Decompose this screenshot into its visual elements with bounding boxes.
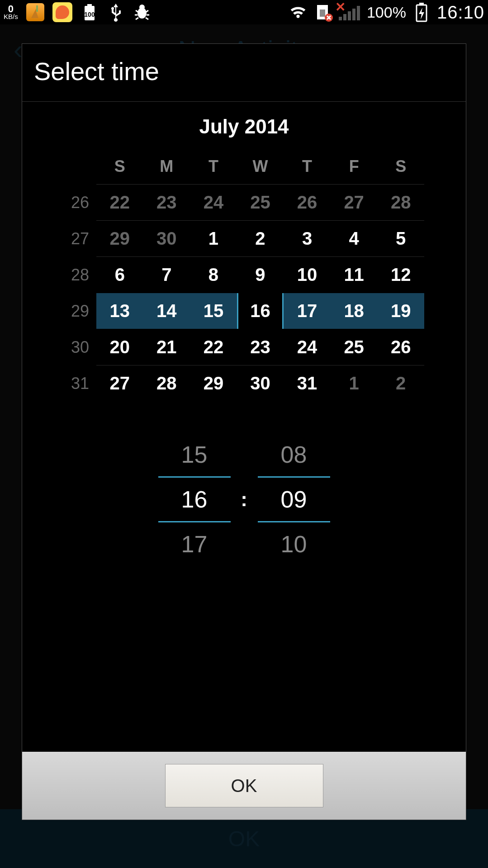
calendar-day[interactable]: 25 (237, 185, 284, 220)
usb-icon (107, 3, 125, 21)
no-signal-icon: ✕ (338, 3, 360, 21)
calendar-day[interactable]: 30 (237, 365, 284, 401)
calendar-day[interactable]: 28 (143, 365, 190, 401)
calendar-day[interactable]: 29 (190, 365, 237, 401)
dialog-footer: OK (22, 752, 466, 820)
calendar-day[interactable]: 15 (190, 293, 237, 329)
calendar-day[interactable]: 1 (331, 365, 378, 401)
time-picker: 15 16 17 : 08 09 10 (22, 433, 466, 566)
calendar-grid[interactable]: SMTWTFS262223242526272827293012345286789… (64, 157, 424, 401)
calendar-day[interactable]: 23 (237, 329, 284, 365)
calendar-day[interactable]: 10 (284, 257, 331, 293)
calendar-day[interactable]: 21 (143, 329, 190, 365)
calendar-day[interactable]: 4 (331, 221, 378, 256)
month-year-label: July 2014 (22, 115, 466, 138)
calendar-day[interactable]: 28 (377, 185, 424, 220)
network-speed-indicator: 0 KB/s (4, 5, 18, 19)
week-number: 30 (64, 338, 96, 357)
calendar-day[interactable]: 7 (143, 257, 190, 293)
svg-rect-2 (87, 4, 92, 6)
calendar-day[interactable]: 1 (190, 221, 237, 256)
minute-spinner[interactable]: 08 09 10 (253, 433, 335, 566)
status-bar: 0 KB/s 100 ✕ 100% 16:1 (0, 0, 488, 24)
svg-line-10 (136, 18, 138, 19)
battery-small-icon: 100 (81, 3, 99, 21)
dialog-title: Select time (22, 44, 466, 101)
hour-current[interactable]: 16 (158, 478, 231, 521)
calendar-day-selected[interactable]: 16 (237, 293, 284, 329)
calendar-day[interactable]: 8 (190, 257, 237, 293)
svg-rect-18 (357, 6, 360, 20)
calendar-day[interactable]: 20 (96, 329, 143, 365)
dow-header: S (377, 157, 424, 184)
dialog-divider (22, 101, 466, 102)
calendar-day[interactable]: 12 (377, 257, 424, 293)
calendar-day[interactable]: 22 (96, 185, 143, 220)
dow-header: W (237, 157, 284, 184)
calendar-day[interactable]: 24 (284, 329, 331, 365)
calendar-day[interactable]: 14 (143, 293, 190, 329)
calendar-day[interactable]: 30 (143, 221, 190, 256)
calendar-day[interactable]: 26 (284, 185, 331, 220)
svg-rect-20 (419, 3, 424, 5)
calendar-day[interactable]: 18 (331, 293, 378, 329)
svg-line-11 (146, 18, 148, 19)
calendar-day[interactable]: 25 (331, 329, 378, 365)
svg-text:100: 100 (84, 11, 95, 18)
hour-spinner[interactable]: 15 16 17 (154, 433, 235, 566)
calendar-day[interactable]: 11 (331, 257, 378, 293)
minute-prev[interactable]: 08 (258, 433, 330, 476)
svg-rect-17 (352, 9, 355, 20)
calendar-day[interactable]: 17 (284, 293, 331, 329)
calendar-day[interactable]: 31 (284, 365, 331, 401)
calendar-day[interactable]: 13 (96, 293, 143, 329)
dow-header: M (143, 157, 190, 184)
ok-button[interactable]: OK (165, 764, 323, 807)
time-separator: : (235, 488, 253, 511)
svg-point-5 (139, 5, 145, 10)
calendar-day[interactable]: 22 (190, 329, 237, 365)
week-number: 27 (64, 229, 96, 248)
calendar-day[interactable]: 23 (143, 185, 190, 220)
svg-rect-15 (343, 14, 346, 20)
calendar-day[interactable]: 24 (190, 185, 237, 220)
calendar-day[interactable]: 3 (284, 221, 331, 256)
dow-header: T (190, 157, 237, 184)
bug-debug-icon (133, 3, 151, 21)
cleaner-app-icon (26, 3, 44, 21)
calendar-day[interactable]: 26 (377, 329, 424, 365)
hour-prev[interactable]: 15 (158, 433, 231, 476)
calendar-day[interactable]: 2 (237, 221, 284, 256)
calendar-day[interactable]: 6 (96, 257, 143, 293)
svg-rect-16 (348, 11, 351, 20)
calendar-day[interactable]: 9 (237, 257, 284, 293)
svg-rect-0 (36, 5, 38, 12)
minute-next[interactable]: 10 (258, 522, 330, 566)
weibo-app-icon (52, 2, 72, 22)
week-number: 28 (64, 266, 96, 285)
wifi-icon (289, 3, 307, 21)
battery-percent: 100% (367, 4, 406, 21)
select-time-dialog: Select time July 2014 SMTWTFS26222324252… (22, 43, 466, 820)
calendar-day[interactable]: 5 (377, 221, 424, 256)
sim-error-icon (313, 3, 332, 21)
status-clock: 16:10 (437, 2, 484, 23)
calendar-day[interactable]: 27 (96, 365, 143, 401)
calendar-day[interactable]: 2 (377, 365, 424, 401)
dow-header: F (331, 157, 378, 184)
hour-next[interactable]: 17 (158, 522, 231, 566)
week-number: 29 (64, 302, 96, 321)
battery-charging-icon (412, 3, 431, 21)
calendar-day[interactable]: 19 (377, 293, 424, 329)
svg-rect-14 (339, 17, 342, 20)
week-number: 26 (64, 193, 96, 212)
minute-current[interactable]: 09 (258, 478, 330, 521)
kbps-unit: KB/s (4, 14, 18, 20)
calendar-day[interactable]: 27 (331, 185, 378, 220)
calendar-day[interactable]: 29 (96, 221, 143, 256)
dow-header: S (96, 157, 143, 184)
dow-header: T (284, 157, 331, 184)
week-number: 31 (64, 374, 96, 393)
